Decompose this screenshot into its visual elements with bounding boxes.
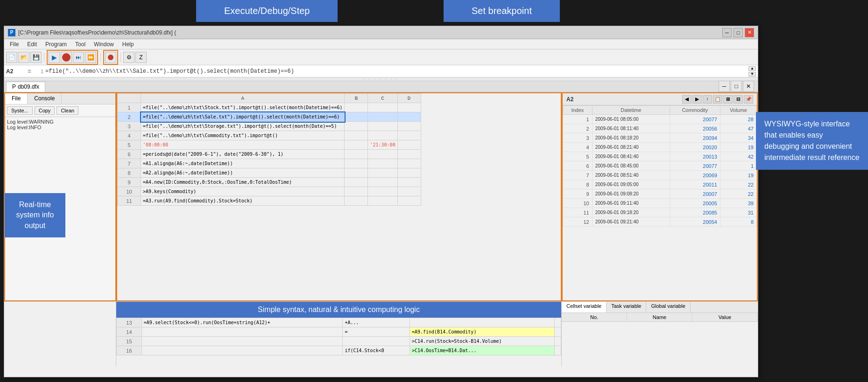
minimize-button[interactable]: ─ xyxy=(722,28,732,37)
doc-close-btn[interactable]: ✕ xyxy=(743,81,754,92)
step-over-button[interactable]: ⏭ xyxy=(73,52,84,63)
menu-bar: File Edit Program Tool Window Help xyxy=(4,39,758,49)
menu-program[interactable]: Program xyxy=(42,40,71,49)
extra-button[interactable]: ⚙ xyxy=(123,52,134,63)
result-col-volume: Volume xyxy=(720,106,756,115)
result-col-index: Index xyxy=(563,106,593,115)
left-tab-console[interactable]: Console xyxy=(28,93,62,104)
table-row: 9 =A4.new(ID:Commodity,0:Stock,:OosTime,… xyxy=(118,178,421,187)
bottom-left-panel xyxy=(4,302,116,367)
spreadsheet-area: A B C D 1 =file("..\demo\zh\txt\Stock.tx… xyxy=(116,92,562,301)
col-header-a[interactable]: A xyxy=(141,94,345,103)
result-ctrl-6[interactable]: ⊟ xyxy=(734,95,743,104)
bottom-right-panel: Cellset variable Task variable Global va… xyxy=(562,302,758,367)
result-ctrl-2[interactable]: ▶ xyxy=(692,95,702,104)
var-col-no: No. xyxy=(562,313,627,321)
doc-tab-bar: P db09.dfx ─ □ ✕ xyxy=(4,81,758,92)
toolbar-separator-1 xyxy=(44,53,44,62)
table-row: 11 =A3.run(A9.find(Commodity).Stock=Stoc… xyxy=(118,196,421,206)
col-header-c[interactable]: C xyxy=(368,94,397,103)
result-row: 12009-06-01 08:05:002007728 xyxy=(563,115,757,124)
table-row: 2 =file("..\demo\zh\txt\Sale.txt").impor… xyxy=(118,112,421,122)
formula-content[interactable]: =file("..\\demo\\zh\\txt\\Sale.txt").imp… xyxy=(45,68,748,75)
result-row: 32009-06-01 08:18:202009434 xyxy=(563,133,757,143)
result-row: 52009-06-01 08:41:402001342 xyxy=(563,152,757,161)
result-row: 22009-06-01 08:11:402005647 xyxy=(563,124,757,133)
result-panel: A2 ◀ ▶ ↑ 📋 ⊞ ⊟ 📌 In xyxy=(562,92,758,301)
maximize-button[interactable]: □ xyxy=(734,28,743,37)
table-row: 13 =A9.select(Stock<=0).run(OosTime=stri… xyxy=(117,318,561,327)
result-row: 72009-06-01 08:51:402006919 xyxy=(563,171,757,180)
result-pin-btn[interactable]: 📌 xyxy=(744,95,753,104)
menu-file[interactable]: File xyxy=(6,40,22,49)
syste-button[interactable]: Syste... xyxy=(7,106,33,115)
syntax-annotation-banner: Simple syntax, natural & intuitive compu… xyxy=(116,302,561,318)
var-col-value: Value xyxy=(692,313,758,321)
extra-button-2[interactable]: Z xyxy=(135,52,147,63)
menu-tool[interactable]: Tool xyxy=(71,40,89,49)
menu-help[interactable]: Help xyxy=(119,40,138,49)
cell-reference: A2 xyxy=(6,68,25,75)
title-bar: P [C:\Program Files\raqsoft\esProc\demo\… xyxy=(4,26,758,39)
drag-handle[interactable]: · · · · · · · xyxy=(4,77,758,81)
tab-cellset-variable[interactable]: Cellset variable xyxy=(562,302,607,313)
left-tab-file[interactable]: File xyxy=(5,93,28,104)
set-breakpoint-button[interactable] xyxy=(105,52,116,63)
table-row: 15 >C14.run(Stock=Stock-B14.Volume) xyxy=(117,337,561,346)
save-button[interactable]: 💾 xyxy=(30,52,42,63)
toolbar: 📄 📂 💾 ▶ ⏭ ⏩ ⚙ Z xyxy=(4,49,758,65)
table-row: 3 =file("..\demo\zh\txt\Storage.txt").im… xyxy=(118,122,421,131)
result-ctrl-3[interactable]: ↑ xyxy=(703,95,712,104)
doc-maximize-btn[interactable]: □ xyxy=(731,81,742,92)
result-ctrl-4[interactable]: 📋 xyxy=(713,95,722,104)
result-row: 92009-06-01 09:08:202000722 xyxy=(563,189,757,199)
bottom-split: Simple syntax, natural & intuitive compu… xyxy=(4,301,758,367)
result-panel-header: A2 ◀ ▶ ↑ 📋 ⊞ ⊟ 📌 xyxy=(563,93,757,105)
result-ctrl-5[interactable]: ⊞ xyxy=(723,95,733,104)
variable-table-header: No. Name Value xyxy=(562,313,758,322)
table-row: 10 >A9.keys(Commodity) xyxy=(118,187,421,196)
stop-button[interactable] xyxy=(61,52,72,63)
set-breakpoint-annotation: Set breakpoint xyxy=(444,0,560,22)
result-table-container[interactable]: Index Datetime Commodity Volume 12009-06… xyxy=(563,105,757,300)
bottom-grid-table: 13 =A9.select(Stock<=0).run(OosTime=stri… xyxy=(116,318,561,355)
doc-tab-icon: P xyxy=(12,83,16,90)
result-col-commodity: Commodity xyxy=(670,106,720,115)
result-cell-ref: A2 xyxy=(566,96,573,103)
close-button[interactable]: ✕ xyxy=(745,28,754,37)
doc-tab-db09[interactable]: P db09.dfx xyxy=(6,82,45,92)
formula-scroll-down[interactable]: ▼ xyxy=(748,72,756,76)
menu-window[interactable]: Window xyxy=(90,40,118,49)
copy-button[interactable]: Copy xyxy=(35,106,55,115)
wysiwyg-annotation: WYSIWYG-style interface that enables eas… xyxy=(756,112,868,170)
tab-task-variable[interactable]: Task variable xyxy=(607,302,646,313)
new-button[interactable]: 📄 xyxy=(6,52,17,63)
grid-container[interactable]: A B C D 1 =file("..\demo\zh\txt\Stock.tx… xyxy=(117,93,561,300)
clean-button[interactable]: Clean xyxy=(56,106,78,115)
doc-tab-label: db09.dfx xyxy=(18,83,39,90)
log-line-1: Log level:WARNING xyxy=(7,119,113,125)
app-icon: P xyxy=(8,29,15,36)
open-button[interactable]: 📂 xyxy=(18,52,29,63)
run-button[interactable]: ▶ xyxy=(49,52,60,63)
left-panel-toolbar: Syste... Copy Clean xyxy=(5,104,115,117)
breakpoint-group xyxy=(103,50,118,65)
result-ctrl-1[interactable]: ◀ xyxy=(682,95,692,104)
bottom-variable-tabs: Cellset variable Task variable Global va… xyxy=(562,302,758,313)
col-header-b[interactable]: B xyxy=(345,94,368,103)
table-row: 8 =A2.align@a(A6:~,date(Datetime)) xyxy=(118,168,421,178)
window-title: [C:\Program Files\raqsoft\esProc\demo\zh… xyxy=(18,29,722,36)
menu-edit[interactable]: Edit xyxy=(23,40,41,49)
formula-scroll-up[interactable]: ▲ xyxy=(748,66,756,71)
window-controls: ─ □ ✕ xyxy=(722,28,754,37)
top-content-split: File Console Syste... Copy Clean Log lev… xyxy=(4,92,758,301)
tab-global-variable[interactable]: Global variable xyxy=(646,302,690,313)
doc-minimize-btn[interactable]: ─ xyxy=(719,81,730,92)
execute-debug-step-annotation: Execute/Debug/Step xyxy=(196,0,338,22)
result-row: 62009-06-01 08:45:00200771 xyxy=(563,161,757,171)
result-row: 82009-06-01 09:05:002001122 xyxy=(563,180,757,189)
left-panel-tabs: File Console xyxy=(5,93,115,104)
var-col-name: Name xyxy=(627,313,692,321)
col-header-d[interactable]: D xyxy=(397,94,421,103)
step-into-button[interactable]: ⏩ xyxy=(85,52,96,63)
